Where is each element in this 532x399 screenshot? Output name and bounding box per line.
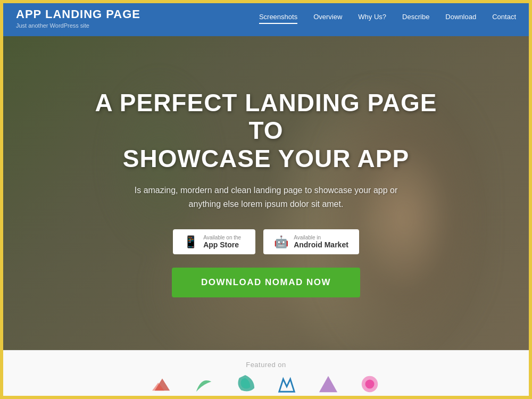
android-icon: 🤖 xyxy=(274,236,288,248)
header: APP LANDING PAGE Just another WordPress … xyxy=(0,0,532,36)
hero-title: A PERFECT LANDING PAGE TOSHOWCASE YOUR A… xyxy=(90,89,442,173)
phone-icon: 📱 xyxy=(184,236,198,248)
svg-marker-3 xyxy=(319,376,337,392)
logo-title: APP LANDING PAGE xyxy=(16,7,140,21)
app-store-name: App Store xyxy=(203,240,241,249)
logo-subtitle: Just another WordPress site xyxy=(16,22,140,29)
featured-logo-6 xyxy=(360,374,380,394)
nav-overview[interactable]: Overview xyxy=(313,13,342,24)
app-store-label: Available on the xyxy=(203,235,241,240)
featured-section: Featured on xyxy=(0,350,532,399)
nav-download[interactable]: Download xyxy=(445,13,476,24)
android-market-button[interactable]: 🤖 Available in Android Market xyxy=(263,229,359,254)
app-store-text: Available on the App Store xyxy=(203,235,241,249)
featured-logo-5 xyxy=(318,374,338,394)
android-text: Available in Android Market xyxy=(294,235,348,249)
featured-logos xyxy=(152,374,380,394)
svg-marker-2 xyxy=(279,379,295,392)
nav-describe[interactable]: Describe xyxy=(402,13,429,24)
featured-logo-1 xyxy=(152,374,172,394)
svg-point-5 xyxy=(365,379,374,388)
hero-section: A PERFECT LANDING PAGE TOSHOWCASE YOUR A… xyxy=(0,36,532,350)
download-nomad-button[interactable]: DOWNLOAD NOMAD NOW xyxy=(172,268,360,297)
hero-content: A PERFECT LANDING PAGE TOSHOWCASE YOUR A… xyxy=(80,89,452,298)
android-name: Android Market xyxy=(294,240,348,249)
featured-logo-3 xyxy=(235,374,255,394)
featured-logo-4 xyxy=(277,374,297,394)
nav-contact[interactable]: Contact xyxy=(492,13,516,24)
hero-subtitle: Is amazing, mordern and clean landing pa… xyxy=(90,184,442,211)
app-store-button[interactable]: 📱 Available on the App Store xyxy=(173,229,255,254)
logo-area: APP LANDING PAGE Just another WordPress … xyxy=(16,7,140,29)
nav: Screenshots Overview Why Us? Describe Do… xyxy=(259,13,516,24)
nav-why-us[interactable]: Why Us? xyxy=(358,13,386,24)
featured-logo-2 xyxy=(194,374,214,394)
featured-label: Featured on xyxy=(246,361,286,369)
nav-screenshots[interactable]: Screenshots xyxy=(259,13,297,24)
store-buttons: 📱 Available on the App Store 🤖 Available… xyxy=(90,229,442,254)
android-label: Available in xyxy=(294,235,348,240)
